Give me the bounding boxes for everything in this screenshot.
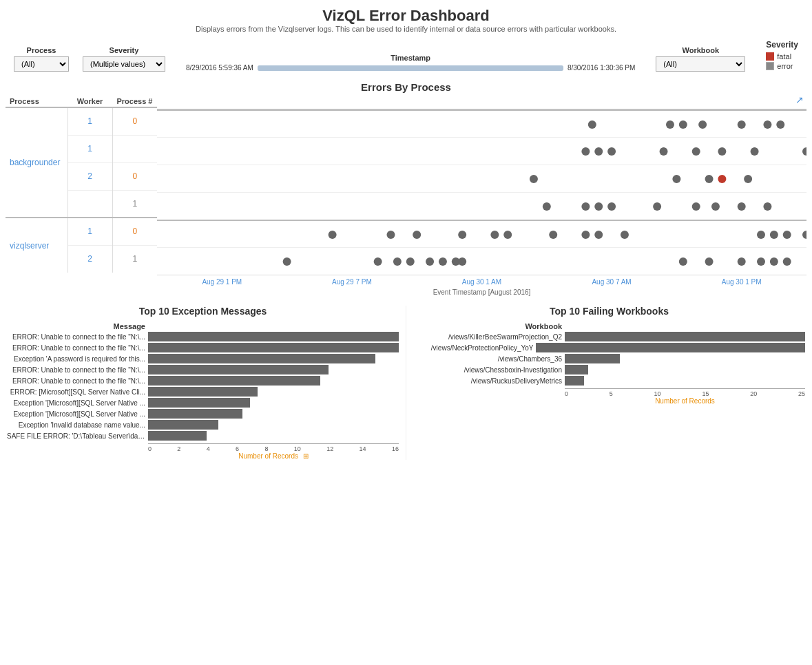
svg-point-51 xyxy=(679,257,687,266)
bar-fill xyxy=(148,409,242,419)
timestamp-slider[interactable] xyxy=(258,65,563,71)
scatter-svg xyxy=(157,165,806,193)
svg-point-28 xyxy=(763,202,771,211)
svg-point-32 xyxy=(458,231,466,239)
svg-point-30 xyxy=(386,231,395,239)
x-axis-labels: 0 2 4 6 8 10 12 14 16 xyxy=(148,443,399,452)
bar-label: SAFE FILE ERROR: 'D:\Tableau Server\dat.… xyxy=(7,432,148,440)
svg-point-47 xyxy=(426,257,434,266)
processnum-cell: 0 xyxy=(112,162,157,190)
scatter-svg xyxy=(157,138,806,165)
bar-fill xyxy=(148,354,375,363)
workbook-filter-select[interactable]: (All) xyxy=(656,56,745,72)
worker-cell: 1 xyxy=(67,135,112,162)
external-link-icon[interactable]: ↗ xyxy=(795,94,804,105)
severity-filter-select[interactable]: (Multiple values) xyxy=(83,56,165,72)
bar-row: Exception 'Invalid database name value..… xyxy=(7,420,399,430)
bar-fill xyxy=(565,354,620,363)
svg-point-11 xyxy=(692,147,700,156)
workbook-filter-group: Workbook (All) xyxy=(656,46,745,72)
bar-fill xyxy=(148,398,250,408)
svg-point-27 xyxy=(738,202,746,211)
bar-label: ERROR: [Microsoft][SQL Server Native Cli… xyxy=(7,388,148,396)
x-axis: 0 5 10 15 20 25 xyxy=(565,388,805,397)
svg-point-18 xyxy=(718,175,726,183)
bar-label: /views/Chambers_36 xyxy=(413,355,565,363)
scatter-svg xyxy=(157,193,806,220)
svg-point-0 xyxy=(588,120,596,129)
x-axis-labels: 0 5 10 15 20 25 xyxy=(565,388,805,397)
svg-point-7 xyxy=(581,147,590,156)
timeline-label-4: Aug 30 7 AM xyxy=(547,278,677,286)
svg-point-39 xyxy=(757,231,765,239)
scatter-row xyxy=(157,137,806,165)
svg-point-33 xyxy=(490,231,499,239)
svg-point-19 xyxy=(744,175,752,183)
bar-label: /views/Chessboxin-Investigation xyxy=(413,366,565,374)
timeline-axis: Aug 29 1 PM Aug 29 7 PM Aug 30 1 AM Aug … xyxy=(157,275,806,288)
scatter-row xyxy=(157,247,806,275)
svg-point-50 xyxy=(458,257,466,266)
bar-label: ERROR: Unable to connect to the file "N:… xyxy=(7,344,148,352)
bar-fill xyxy=(148,376,320,386)
process-name-backgrounder: backgrounder xyxy=(6,107,67,218)
legend-fatal-box xyxy=(766,52,774,61)
timestamp-end: 8/30/2016 1:30:36 PM xyxy=(568,64,635,72)
bar-fill xyxy=(148,343,399,352)
svg-point-6 xyxy=(776,120,784,129)
page-subtitle: Displays errors from the Vizqlserver log… xyxy=(0,25,812,33)
bar-row: ERROR: [Microsoft][SQL Server Native Cli… xyxy=(7,387,399,397)
scatter-svg xyxy=(157,111,806,138)
svg-point-15 xyxy=(530,175,538,183)
workbooks-col-header: Workbook xyxy=(413,322,805,330)
svg-point-24 xyxy=(653,202,661,211)
process-filter-select[interactable]: (All) xyxy=(14,56,69,72)
svg-point-36 xyxy=(581,231,590,239)
bar-label: Exception '[Microsoft][SQL Server Native… xyxy=(7,410,148,418)
svg-point-21 xyxy=(581,202,590,211)
x-axis-title-workbooks: Number of Records xyxy=(565,397,805,405)
exceptions-col-header: Message xyxy=(7,322,399,330)
timeline-axis-label: Event Timestamp [August 2016] xyxy=(157,288,806,299)
bar-fill xyxy=(565,376,584,386)
bar-row: ERROR: Unable to connect to the file "N:… xyxy=(7,365,399,374)
scatter-svg xyxy=(157,221,806,249)
bar-row: ERROR: Unable to connect to the file "N:… xyxy=(7,332,399,341)
bar-fill xyxy=(148,431,207,441)
bar-label: /views/NeckProtectionPolicy_YoY xyxy=(413,344,536,352)
svg-point-9 xyxy=(607,147,616,156)
svg-point-5 xyxy=(763,120,771,129)
col-process-num: Process # xyxy=(112,96,157,107)
legend-fatal-label: fatal xyxy=(777,52,791,61)
x-axis-title: Number of Records ⊞ xyxy=(148,452,399,460)
svg-point-35 xyxy=(549,231,557,239)
bar-row: /views/NeckProtectionPolicy_YoY xyxy=(413,343,805,352)
legend-title: Severity xyxy=(766,40,798,50)
timeline-label-3: Aug 30 1 AM xyxy=(417,278,547,286)
errors-by-process-title: Errors By Process xyxy=(0,76,812,96)
timestamp-range: 8/29/2016 5:59:36 AM 8/30/2016 1:30:36 P… xyxy=(186,64,635,72)
bar-fill xyxy=(565,365,588,374)
bar-row: ERROR: Unable to connect to the file "N:… xyxy=(7,376,399,386)
svg-point-25 xyxy=(692,202,700,211)
workbooks-title: Top 10 Failing Workbooks xyxy=(413,306,805,317)
bar-row: /views/RuckusDeliveryMetrics xyxy=(413,376,805,386)
sort-icon[interactable]: ⊞ xyxy=(303,452,309,460)
bar-label: ERROR: Unable to connect to the file "N:… xyxy=(7,333,148,341)
svg-point-20 xyxy=(543,202,551,211)
worker-cell: 1 xyxy=(67,218,112,245)
message-col-label: Message xyxy=(7,322,148,330)
svg-point-29 xyxy=(329,231,337,239)
severity-filter-label: Severity xyxy=(110,46,139,54)
process-name-vizqlserver: vizqlserver xyxy=(6,218,67,273)
svg-point-23 xyxy=(607,202,616,211)
bar-label: Exception '[Microsoft][SQL Server Native… xyxy=(7,399,148,407)
svg-point-42 xyxy=(802,231,806,239)
bottom-charts: Top 10 Exception Messages Message ERROR:… xyxy=(0,306,812,460)
bar-label: /views/KillerBeeSwarmProjection_Q2 xyxy=(413,333,565,341)
process-filter-label: Process xyxy=(27,46,56,54)
x-axis: 0 2 4 6 8 10 12 14 16 xyxy=(148,443,399,452)
worker-cell: 2 xyxy=(67,245,112,273)
svg-point-3 xyxy=(698,120,707,129)
svg-point-41 xyxy=(783,231,791,239)
